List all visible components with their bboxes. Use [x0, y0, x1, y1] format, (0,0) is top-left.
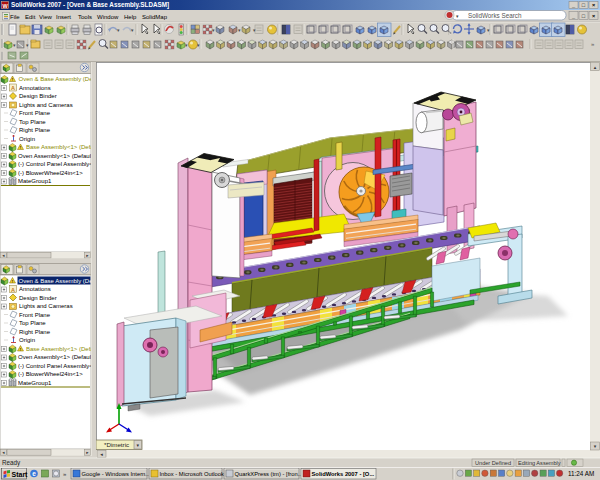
svg-text:Under Defined: Under Defined: [475, 460, 511, 466]
svg-text:Top Plane: Top Plane: [19, 320, 46, 326]
svg-text:(-) Control Panel Assembly<1: (-) Control Panel Assembly<1: [18, 161, 96, 167]
svg-text:Base Assembly<1> (Defa: Base Assembly<1> (Defa: [26, 144, 94, 150]
svg-text:Start: Start: [12, 471, 29, 478]
svg-text:Design Binder: Design Binder: [19, 295, 57, 301]
svg-text:SolidWorks 2007 - [O...: SolidWorks 2007 - [O...: [312, 471, 375, 477]
svg-text:Window: Window: [97, 14, 119, 20]
svg-text:Ready: Ready: [2, 459, 21, 467]
svg-text:!: !: [20, 347, 21, 352]
svg-text:(-) BlowerWheel24in<1>: (-) BlowerWheel24in<1>: [18, 170, 83, 176]
svg-text:Top Plane: Top Plane: [19, 119, 46, 125]
svg-text:Right Plane: Right Plane: [19, 329, 51, 335]
svg-text:×: ×: [592, 2, 595, 8]
svg-text:Insert: Insert: [56, 14, 71, 20]
svg-text:Edit: Edit: [25, 14, 36, 20]
svg-text:Design Binder: Design Binder: [19, 93, 57, 99]
svg-text:e: e: [32, 470, 36, 477]
svg-text:Oven Assembly<1> (Default-: Oven Assembly<1> (Default-: [18, 153, 95, 159]
svg-text:Google - Windows Intern...: Google - Windows Intern...: [82, 471, 151, 477]
svg-text:Lights and Cameras: Lights and Cameras: [19, 303, 73, 309]
svg-text:MateGroup1: MateGroup1: [18, 380, 52, 386]
svg-text:Oven & Base Assembly (Defa: Oven & Base Assembly (Defa: [19, 76, 97, 82]
svg-text:A: A: [11, 85, 15, 91]
svg-text:Lights and Cameras: Lights and Cameras: [19, 102, 73, 108]
svg-text:Help: Help: [124, 14, 137, 20]
svg-text:Origin: Origin: [19, 136, 35, 142]
svg-text:Origin: Origin: [19, 337, 35, 343]
svg-text:Base Assembly<1> (Defa: Base Assembly<1> (Defa: [26, 346, 94, 352]
svg-text:!: !: [20, 145, 21, 150]
svg-text:!: !: [12, 77, 13, 82]
svg-text:Right Plane: Right Plane: [19, 127, 51, 133]
svg-text:File: File: [10, 14, 20, 20]
svg-text:View: View: [39, 14, 53, 20]
svg-text:Oven & Base Assembly (Defa: Oven & Base Assembly (Defa: [19, 278, 97, 284]
svg-text:Tools: Tools: [78, 14, 92, 20]
svg-text:×: ×: [592, 13, 595, 19]
svg-text:A: A: [11, 287, 15, 293]
svg-text:(-) Control Panel Assembly<1: (-) Control Panel Assembly<1: [18, 363, 96, 369]
svg-text:Oven Assembly<1> (Default-: Oven Assembly<1> (Default-: [18, 354, 95, 360]
svg-text:Inbox - Microsoft Outlook: Inbox - Microsoft Outlook: [160, 471, 225, 477]
svg-text:11:24 AM: 11:24 AM: [568, 470, 594, 477]
svg-text:*Dimetric: *Dimetric: [104, 441, 129, 448]
svg-text:SolidWorks Search: SolidWorks Search: [468, 12, 522, 19]
svg-text:!: !: [12, 279, 13, 284]
svg-text:Front Plane: Front Plane: [19, 110, 51, 116]
svg-text:SolidWorks 2007 - [Oven & Base: SolidWorks 2007 - [Oven & Base Assembly.…: [11, 1, 169, 9]
svg-text:QuarkXPress (tm) - [fron...: QuarkXPress (tm) - [fron...: [235, 471, 303, 477]
svg-text:Front Plane: Front Plane: [19, 312, 51, 318]
svg-text:(-) BlowerWheel24in<1>: (-) BlowerWheel24in<1>: [18, 371, 83, 377]
svg-text:Annotations: Annotations: [19, 85, 51, 91]
svg-text:Editing Assembly: Editing Assembly: [518, 460, 561, 466]
svg-text:MateGroup1: MateGroup1: [18, 178, 52, 184]
svg-text:SolidMap: SolidMap: [142, 14, 168, 20]
svg-text:Annotations: Annotations: [19, 286, 51, 292]
svg-text:W: W: [2, 3, 8, 9]
